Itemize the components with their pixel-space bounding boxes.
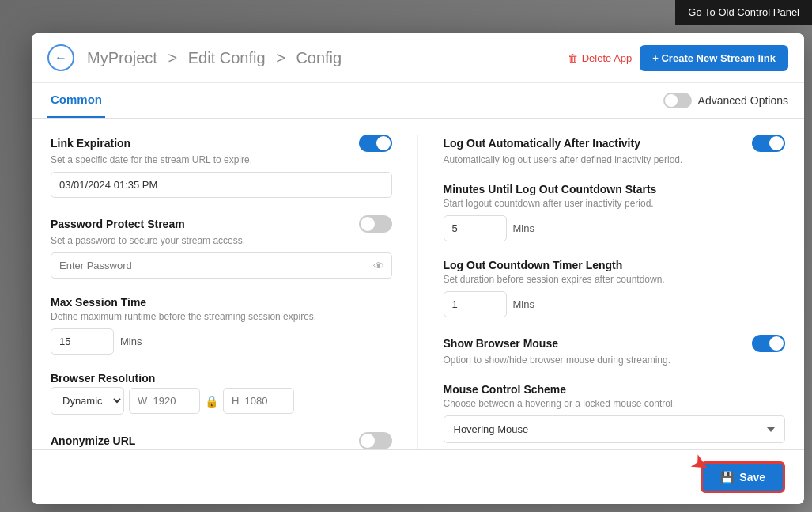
logout-inactivity-toggle[interactable]	[752, 135, 785, 152]
show-browser-mouse-toggle[interactable]	[752, 335, 785, 352]
logout-inactivity-label: Log Out Automatically After Inactivity	[444, 137, 640, 150]
password-protect-label-row: Password Protect Stream	[51, 215, 392, 233]
save-label: Save	[739, 471, 765, 484]
create-stream-button[interactable]: + Create New Stream link	[640, 45, 788, 71]
countdown-timer-unit: Mins	[513, 298, 534, 310]
anonymize-url-label-row: Anonymize URL	[51, 432, 392, 449]
link-expiration-input[interactable]	[51, 172, 392, 198]
advanced-options-label: Advanced Options	[698, 94, 788, 107]
countdown-timer-input[interactable]	[444, 291, 507, 317]
logout-countdown-input[interactable]	[444, 215, 507, 241]
breadcrumb-sep1: >	[168, 49, 181, 66]
advanced-options-switch[interactable]	[663, 93, 692, 108]
logout-countdown-section: Minutes Until Log Out Countdown Starts S…	[444, 183, 786, 241]
countdown-timer-section: Log Out Countdown Timer Length Set durat…	[444, 259, 786, 317]
password-protect-section: Password Protect Stream Set a password t…	[51, 215, 392, 279]
modal-footer: ➤ 💾 Save	[32, 449, 804, 504]
resolution-row: Dynamic 🔒	[51, 387, 392, 415]
modal: ← MyProject > Edit Config > Config 🗑 Del…	[32, 33, 804, 504]
mouse-control-select[interactable]: Hovering Mouse Locked Mouse	[444, 415, 786, 443]
modal-body: Link Expiration Set a specific date for …	[32, 119, 804, 449]
logout-countdown-unit: Mins	[513, 222, 534, 234]
logout-countdown-desc: Start logout countdown after user inacti…	[444, 198, 786, 209]
link-expiration-label-row: Link Expiration	[51, 135, 392, 152]
max-session-desc: Define maximum runtime before the stream…	[51, 311, 392, 322]
delete-app-button[interactable]: 🗑 Delete App	[568, 52, 633, 64]
save-button[interactable]: 💾 Save	[701, 461, 785, 493]
old-control-button[interactable]: Go To Old Control Panel	[675, 0, 812, 25]
anonymize-url-label: Anonymize URL	[51, 434, 135, 447]
breadcrumb-config: Config	[296, 49, 342, 66]
eye-icon[interactable]: 👁	[373, 260, 384, 272]
left-column: Link Expiration Set a specific date for …	[51, 135, 418, 449]
breadcrumb-edit: Edit Config	[188, 49, 266, 66]
show-browser-mouse-section: Show Browser Mouse Option to show/hide b…	[444, 335, 786, 366]
width-input[interactable]	[129, 388, 200, 414]
header-actions: 🗑 Delete App + Create New Stream link	[568, 45, 788, 71]
max-session-unit: Mins	[120, 336, 142, 347]
max-session-input[interactable]	[51, 328, 114, 355]
logout-countdown-row: Mins	[444, 215, 786, 241]
browser-resolution-label: Browser Resolution	[51, 372, 392, 385]
countdown-timer-row: Mins	[444, 291, 786, 317]
password-protect-label: Password Protect Stream	[51, 218, 185, 230]
password-input[interactable]	[51, 252, 392, 279]
browser-resolution-section: Browser Resolution Dynamic 🔒	[51, 372, 392, 415]
tab-common[interactable]: Common	[47, 83, 105, 118]
show-browser-mouse-label: Show Browser Mouse	[444, 337, 558, 350]
link-expiration-section: Link Expiration Set a specific date for …	[51, 135, 392, 198]
trash-icon: 🗑	[568, 52, 578, 64]
mouse-control-label: Mouse Control Scheme	[444, 383, 786, 396]
create-stream-label: + Create New Stream link	[652, 52, 776, 64]
lock-icon: 🔒	[205, 395, 218, 408]
advanced-options-toggle[interactable]: Advanced Options	[663, 93, 788, 108]
link-expiration-label: Link Expiration	[51, 137, 130, 150]
top-bar: Go To Old Control Panel	[675, 0, 812, 25]
anonymize-url-toggle[interactable]	[359, 432, 392, 449]
countdown-timer-label: Log Out Countdown Timer Length	[444, 259, 786, 271]
breadcrumb: MyProject > Edit Config > Config	[84, 49, 558, 67]
show-browser-mouse-label-row: Show Browser Mouse	[444, 335, 786, 352]
show-browser-mouse-desc: Option to show/hide browser mouse during…	[444, 355, 786, 366]
tab-bar: Common Advanced Options	[32, 83, 804, 119]
anonymize-url-section: Anonymize URL Replace URL structure with…	[51, 432, 392, 449]
mouse-control-desc: Choose between a hovering or a locked mo…	[444, 398, 786, 409]
max-session-section: Max Session Time Define maximum runtime …	[51, 296, 392, 355]
mouse-control-section: Mouse Control Scheme Choose between a ho…	[444, 383, 786, 443]
password-protect-desc: Set a password to secure your stream acc…	[51, 235, 392, 246]
delete-app-label: Delete App	[582, 52, 633, 64]
link-expiration-desc: Set a specific date for the stream URL t…	[51, 154, 392, 165]
height-input[interactable]	[223, 388, 294, 414]
countdown-timer-desc: Set duration before session expires afte…	[444, 274, 786, 285]
back-button[interactable]: ←	[47, 44, 74, 71]
modal-header: ← MyProject > Edit Config > Config 🗑 Del…	[32, 33, 804, 83]
logout-inactivity-section: Log Out Automatically After Inactivity A…	[444, 135, 786, 165]
breadcrumb-project: MyProject	[87, 49, 157, 66]
right-column: Log Out Automatically After Inactivity A…	[418, 135, 786, 449]
max-session-label: Max Session Time	[51, 296, 392, 309]
password-protect-toggle[interactable]	[359, 215, 392, 233]
logout-countdown-label: Minutes Until Log Out Countdown Starts	[444, 183, 786, 195]
logout-inactivity-label-row: Log Out Automatically After Inactivity	[444, 135, 786, 152]
resolution-select[interactable]: Dynamic	[51, 387, 124, 415]
logout-inactivity-desc: Automatically log out users after define…	[444, 154, 786, 165]
breadcrumb-sep2: >	[276, 49, 289, 66]
link-expiration-toggle[interactable]	[359, 135, 392, 152]
password-wrapper: 👁	[51, 252, 392, 279]
max-session-row: Mins	[51, 328, 392, 355]
floppy-icon: 💾	[720, 471, 734, 484]
